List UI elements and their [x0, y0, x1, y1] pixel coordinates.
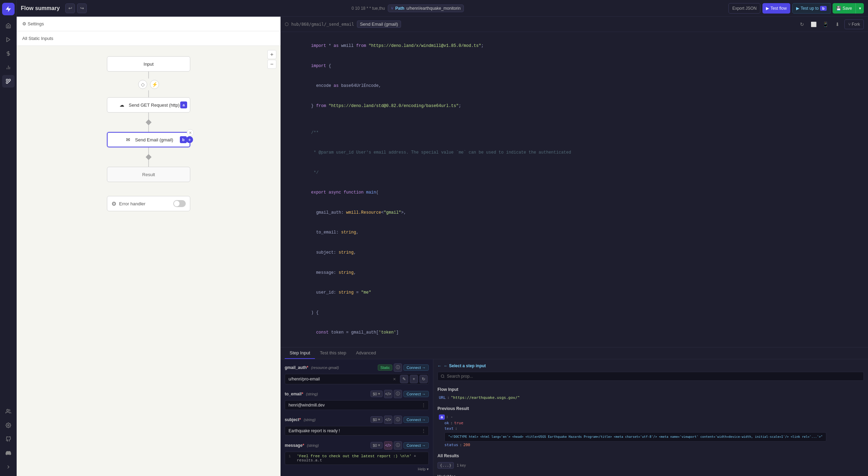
- connector-diamond-2: [146, 154, 152, 160]
- page-title: Flow summary: [21, 5, 60, 11]
- fork-button[interactable]: ⑂ Fork: [844, 19, 864, 29]
- code-line-2: import {: [286, 56, 862, 76]
- all-results-title: All Results: [437, 453, 864, 458]
- gmail-auth-input[interactable]: [285, 375, 390, 384]
- connector-2: [147, 113, 151, 132]
- gmail-auth-add-btn[interactable]: +: [410, 375, 418, 383]
- tab-advanced[interactable]: Advanced: [351, 347, 381, 359]
- save-dropdown-button[interactable]: ▾: [856, 3, 864, 14]
- message-code-content: 'Feel free to check out the latest repor…: [297, 454, 425, 462]
- search-prop-input[interactable]: [447, 374, 861, 379]
- svg-rect-5: [6, 79, 8, 81]
- svg-line-11: [443, 377, 444, 378]
- add-branch-button-1[interactable]: ⚡: [150, 80, 159, 89]
- phone-button[interactable]: 📱: [821, 19, 831, 29]
- variables-title: Variables: [437, 474, 864, 476]
- error-handler-label: Error handler: [119, 201, 145, 206]
- node-http[interactable]: ☁ Send GET Request (http) a: [107, 97, 190, 113]
- code-line-13: message: string,: [286, 263, 862, 283]
- message-connect-btn[interactable]: Connect →: [403, 442, 429, 449]
- node-input-label: Input: [144, 61, 154, 67]
- subject-input-row: ⋮: [285, 426, 429, 436]
- svg-point-10: [441, 375, 444, 377]
- refresh-code-button[interactable]: ↻: [797, 19, 807, 29]
- path-badge[interactable]: ⑂ Path u/henri/earthquake_monitorin: [388, 5, 464, 12]
- sidebar-nav-discord[interactable]: [2, 447, 15, 459]
- sidebar-nav-settings[interactable]: [2, 419, 15, 432]
- prev-result-text: text : "<!DOCTYPE html> <html lang='en'>…: [439, 426, 864, 442]
- step-tabs: Step Input Test this step Advanced: [281, 347, 868, 359]
- sidebar-nav-home[interactable]: [2, 19, 15, 32]
- to-email-clear-btn[interactable]: ⋮: [419, 402, 428, 408]
- info-panel: ← ← Select a step input Flow Input URL :…: [433, 359, 868, 476]
- zoom-in-button[interactable]: +: [267, 50, 276, 59]
- gmail-auth-edit-btn[interactable]: ✎: [400, 375, 408, 383]
- save-button[interactable]: 💾 Save: [833, 3, 856, 14]
- connector-3: [147, 147, 151, 167]
- settings-header[interactable]: ⚙ Settings: [17, 17, 281, 31]
- connector-line-6: [148, 160, 149, 167]
- path-icon: ⑂: [391, 6, 393, 11]
- subject-input[interactable]: [285, 426, 419, 435]
- sidebar-nav-flow[interactable]: [2, 75, 15, 88]
- path-value: u/henri/earthquake_monitorin: [407, 6, 461, 11]
- message-code-btn[interactable]: </>: [384, 441, 392, 450]
- download-button[interactable]: ⬇: [833, 19, 842, 29]
- subject-clear-btn[interactable]: ⋮: [419, 428, 428, 434]
- connector-line-5: [148, 147, 149, 154]
- add-step-button-1[interactable]: ◇: [138, 80, 147, 89]
- undo-button[interactable]: ↩: [65, 3, 75, 13]
- export-json-button[interactable]: Export JSON: [728, 3, 760, 14]
- tab-test-step[interactable]: Test this step: [315, 347, 351, 359]
- redo-button[interactable]: ↪: [77, 3, 87, 13]
- static-inputs-header[interactable]: All Static Inputs: [17, 31, 281, 46]
- connector-actions-1: ◇ ⚡: [138, 80, 159, 89]
- sidebar-nav-play[interactable]: [2, 33, 15, 46]
- subject-connect-btn[interactable]: Connect →: [403, 417, 429, 423]
- sidebar-nav-github[interactable]: [2, 433, 15, 445]
- ok-value: true: [454, 421, 464, 425]
- message-help-btn[interactable]: Help ▾: [418, 467, 429, 471]
- gmail-auth-static-badge: Static: [378, 364, 392, 371]
- tab-step-input[interactable]: Step Input: [285, 347, 315, 359]
- node-remove-button[interactable]: ×: [187, 129, 194, 136]
- to-email-connect-btn[interactable]: Connect →: [403, 391, 429, 397]
- to-email-input[interactable]: [285, 401, 419, 410]
- search-prop-input-row: [437, 372, 864, 381]
- maximize-button[interactable]: ⬜: [809, 19, 819, 29]
- gmail-auth-actions: Static ⓘ Connect →: [378, 363, 429, 372]
- node-input[interactable]: Input: [107, 56, 190, 72]
- zoom-out-button[interactable]: −: [267, 60, 276, 69]
- gmail-auth-info-btn[interactable]: ⓘ: [394, 363, 402, 372]
- sidebar-nav-dollar[interactable]: [2, 47, 15, 60]
- sidebar-nav-people[interactable]: [2, 405, 15, 418]
- test-up-to-button[interactable]: ▶ Test up to b: [792, 3, 831, 14]
- subject-type: (string): [304, 418, 316, 422]
- flow-input-title: Flow Input: [437, 387, 864, 392]
- subject-code-btn[interactable]: </>: [384, 416, 392, 424]
- message-type: (string): [307, 443, 319, 448]
- url-colon: :: [447, 395, 450, 400]
- subject-info-btn[interactable]: ⓘ: [394, 416, 402, 424]
- gmail-auth-clear-btn[interactable]: ×: [390, 376, 399, 382]
- gmail-auth-refresh-btn[interactable]: ↻: [419, 375, 428, 383]
- svg-marker-0: [7, 38, 10, 42]
- sidebar: [0, 0, 17, 476]
- gmail-auth-connect-btn[interactable]: Connect →: [403, 364, 429, 371]
- sidebar-nav-arrow[interactable]: [2, 461, 15, 473]
- connector-line-4: [148, 125, 149, 132]
- to-email-info-btn[interactable]: ⓘ: [394, 390, 402, 398]
- sidebar-nav-chart[interactable]: [2, 61, 15, 74]
- field-message: message* (string) $0 ▾ </> ⓘ Connect →: [285, 441, 429, 471]
- code-line-4: } from "https://deno.land/std@0.82.0/enc…: [286, 96, 862, 116]
- test-flow-button[interactable]: ▶ Test flow: [762, 3, 790, 14]
- message-info-btn[interactable]: ⓘ: [394, 441, 402, 450]
- gmail-auth-label: gmail_auth*: [285, 365, 308, 370]
- error-handler-toggle[interactable]: [173, 200, 186, 207]
- node-result[interactable]: Result: [107, 167, 190, 182]
- node-gmail[interactable]: ✉ Send Email (gmail) b + ×: [107, 132, 190, 147]
- message-dollar-badge: $0 ▾: [370, 442, 383, 449]
- to-email-code-btn[interactable]: </>: [384, 390, 392, 398]
- node-add-button[interactable]: +: [186, 136, 193, 143]
- node-gmail-badge: b: [180, 136, 187, 143]
